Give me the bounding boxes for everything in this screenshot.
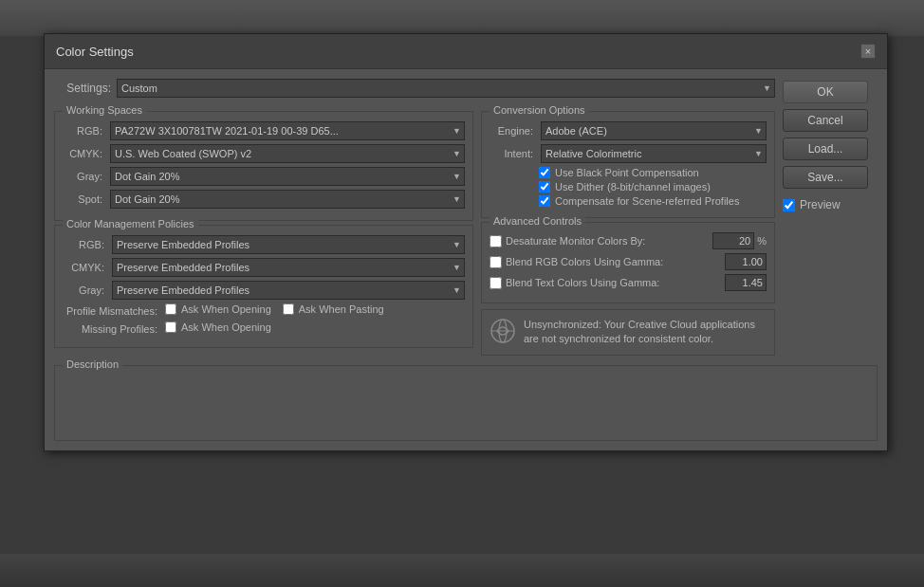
ask-opening-mismatch-checkbox[interactable] bbox=[165, 303, 176, 315]
gray-select-wrapper: Dot Gain 20% ▼ bbox=[110, 167, 465, 186]
blend-text-row: Blend Text Colors Using Gamma: bbox=[490, 274, 767, 291]
ac-content: Desaturate Monitor Colors By: % Blend RG… bbox=[490, 232, 767, 291]
settings-label: Settings: bbox=[54, 82, 111, 95]
buttons-panel: OK Cancel Load... Save... Preview bbox=[783, 79, 878, 356]
profile-mismatches-checks: Ask When Opening Ask When Pasting bbox=[165, 303, 384, 318]
sync-box: Unsynchronized: Your Creative Cloud appl… bbox=[481, 309, 775, 356]
color-settings-dialog: Color Settings × Settings: Custom ▼ W bbox=[44, 33, 888, 451]
ok-button[interactable]: OK bbox=[783, 81, 868, 103]
co-content: Engine: Adobe (ACE) ▼ Intent: bbox=[490, 121, 767, 207]
profile-mismatches-label: Profile Mismatches: bbox=[63, 305, 157, 317]
cmp-gray-select-wrapper: Preserve Embedded Profiles ▼ bbox=[112, 281, 465, 300]
cmp-gray-label: Gray: bbox=[63, 284, 104, 296]
dialog-titlebar: Color Settings × bbox=[45, 34, 887, 69]
black-point-row: Use Black Point Compensation bbox=[539, 167, 767, 178]
engine-row: Engine: Adobe (ACE) ▼ bbox=[490, 121, 767, 140]
advanced-controls-title: Advanced Controls bbox=[490, 215, 585, 227]
ask-pasting-row: Ask When Pasting bbox=[283, 303, 384, 315]
missing-profiles-label: Missing Profiles: bbox=[63, 323, 157, 335]
description-box: Description bbox=[54, 365, 878, 441]
settings-select-wrapper: Custom ▼ bbox=[117, 79, 775, 98]
spot-select-wrapper: Dot Gain 20% ▼ bbox=[110, 190, 465, 209]
cmyk-label: CMYK: bbox=[63, 148, 102, 159]
cmp-cmyk-label: CMYK: bbox=[63, 262, 104, 273]
cmp-rgb-select-wrapper: Preserve Embedded Profiles ▼ bbox=[112, 235, 465, 254]
percent-label: % bbox=[757, 235, 767, 247]
save-button[interactable]: Save... bbox=[783, 166, 868, 189]
intent-select[interactable]: Relative Colorimetric bbox=[541, 144, 767, 163]
working-spaces-content: RGB: PA272W 3X100781TW 2021-01-19 00-39 … bbox=[63, 121, 465, 209]
gray-label: Gray: bbox=[63, 171, 102, 182]
spot-select[interactable]: Dot Gain 20% bbox=[110, 190, 465, 209]
conversion-options-group: Conversion Options Engine: Adobe (ACE) ▼ bbox=[481, 111, 775, 218]
close-button[interactable]: × bbox=[860, 44, 876, 59]
cmp-rgb-label: RGB: bbox=[63, 239, 104, 250]
cmp-rgb-select[interactable]: Preserve Embedded Profiles bbox=[112, 235, 465, 254]
preview-row: Preview bbox=[783, 198, 878, 211]
desaturate-checkbox[interactable] bbox=[490, 235, 502, 248]
settings-row: Settings: Custom ▼ bbox=[54, 79, 775, 98]
black-point-checkbox[interactable] bbox=[539, 167, 550, 178]
desaturate-input[interactable] bbox=[712, 232, 754, 249]
working-spaces-title: Working Spaces bbox=[63, 104, 146, 116]
spot-label: Spot: bbox=[63, 193, 102, 205]
desaturate-label: Desaturate Monitor Colors By: bbox=[506, 235, 712, 247]
gray-select[interactable]: Dot Gain 20% bbox=[110, 167, 465, 186]
blend-text-checkbox[interactable] bbox=[490, 277, 502, 289]
rgb-row: RGB: PA272W 3X100781TW 2021-01-19 00-39 … bbox=[63, 121, 465, 140]
blend-rgb-checkbox[interactable] bbox=[490, 256, 502, 268]
profile-mismatches-row: Profile Mismatches: Ask When Opening Ask… bbox=[63, 303, 465, 318]
ask-pasting-label: Ask When Pasting bbox=[299, 303, 384, 315]
spot-row: Spot: Dot Gain 20% ▼ bbox=[63, 190, 465, 209]
cmp-gray-select[interactable]: Preserve Embedded Profiles bbox=[112, 281, 465, 300]
main-content: Working Spaces RGB: PA272W 3X100781TW 20… bbox=[54, 111, 775, 356]
blend-text-input[interactable] bbox=[725, 274, 767, 291]
engine-select-wrapper: Adobe (ACE) ▼ bbox=[541, 121, 767, 140]
blend-rgb-input[interactable] bbox=[725, 253, 767, 270]
sync-svg bbox=[490, 318, 516, 344]
engine-label: Engine: bbox=[490, 125, 533, 137]
preview-label: Preview bbox=[800, 198, 841, 211]
cmp-cmyk-select-wrapper: Preserve Embedded Profiles ▼ bbox=[112, 258, 465, 277]
blend-rgb-row: Blend RGB Colors Using Gamma: bbox=[490, 253, 767, 270]
compensate-label: Compensate for Scene-referred Profiles bbox=[555, 195, 739, 207]
blend-rgb-label: Blend RGB Colors Using Gamma: bbox=[506, 256, 725, 267]
engine-select[interactable]: Adobe (ACE) bbox=[541, 121, 767, 140]
missing-profiles-row: Missing Profiles: Ask When Opening bbox=[63, 321, 465, 336]
compensate-checkbox[interactable] bbox=[539, 195, 550, 207]
intent-row: Intent: Relative Colorimetric ▼ bbox=[490, 144, 767, 163]
rgb-label: RGB: bbox=[63, 125, 102, 137]
col-left: Working Spaces RGB: PA272W 3X100781TW 20… bbox=[54, 111, 473, 356]
cmp-content: RGB: Preserve Embedded Profiles ▼ CMYK: bbox=[63, 235, 465, 336]
desaturate-row: Desaturate Monitor Colors By: % bbox=[490, 232, 767, 249]
cmyk-select[interactable]: U.S. Web Coated (SWOP) v2 bbox=[110, 144, 465, 163]
left-panel: Settings: Custom ▼ Working Spaces bbox=[54, 79, 775, 356]
blend-text-label: Blend Text Colors Using Gamma: bbox=[506, 277, 725, 288]
conversion-options-title: Conversion Options bbox=[490, 104, 589, 116]
ask-pasting-checkbox[interactable] bbox=[283, 303, 294, 315]
intent-label: Intent: bbox=[490, 148, 533, 159]
rgb-select[interactable]: PA272W 3X100781TW 2021-01-19 00-39 D65..… bbox=[110, 121, 465, 140]
load-button[interactable]: Load... bbox=[783, 138, 868, 160]
compensate-row: Compensate for Scene-referred Profiles bbox=[539, 195, 767, 207]
cmp-rgb-row: RGB: Preserve Embedded Profiles ▼ bbox=[63, 235, 465, 254]
cmp-cmyk-row: CMYK: Preserve Embedded Profiles ▼ bbox=[63, 258, 465, 277]
sync-icon bbox=[490, 318, 516, 344]
gray-row: Gray: Dot Gain 20% ▼ bbox=[63, 167, 465, 186]
missing-ask-opening-checkbox[interactable] bbox=[165, 321, 176, 333]
dialog-body: Settings: Custom ▼ Working Spaces bbox=[45, 69, 887, 365]
missing-ask-opening-label: Ask When Opening bbox=[181, 321, 271, 333]
color-management-title: Color Management Policies bbox=[63, 218, 198, 229]
settings-select[interactable]: Custom bbox=[117, 79, 775, 98]
cancel-button[interactable]: Cancel bbox=[783, 109, 868, 132]
cmp-gray-row: Gray: Preserve Embedded Profiles ▼ bbox=[63, 281, 465, 300]
preview-checkbox[interactable] bbox=[783, 199, 795, 211]
black-point-label: Use Black Point Compensation bbox=[555, 167, 699, 178]
advanced-controls-group: Advanced Controls Desaturate Monitor Col… bbox=[481, 222, 775, 303]
ask-opening-mismatch-label: Ask When Opening bbox=[181, 303, 271, 315]
intent-select-wrapper: Relative Colorimetric ▼ bbox=[541, 144, 767, 163]
cmyk-row: CMYK: U.S. Web Coated (SWOP) v2 ▼ bbox=[63, 144, 465, 163]
dither-checkbox[interactable] bbox=[539, 181, 550, 193]
col-right: Conversion Options Engine: Adobe (ACE) ▼ bbox=[481, 111, 775, 356]
cmp-cmyk-select[interactable]: Preserve Embedded Profiles bbox=[112, 258, 465, 277]
